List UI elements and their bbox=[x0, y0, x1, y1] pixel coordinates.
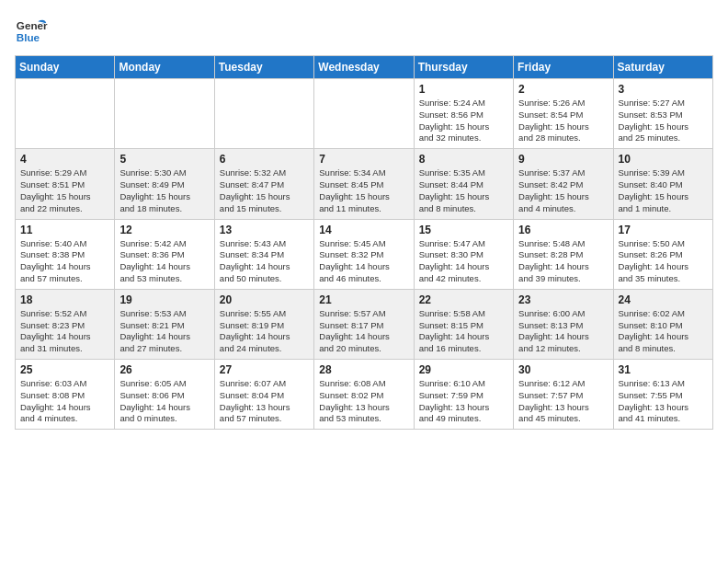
weekday-header-friday: Friday bbox=[514, 56, 613, 79]
weekday-header-monday: Monday bbox=[115, 56, 214, 79]
day-number: 2 bbox=[518, 83, 608, 96]
day-info: Sunrise: 6:03 AM Sunset: 8:08 PM Dayligh… bbox=[20, 378, 109, 425]
day-number: 25 bbox=[20, 363, 109, 376]
day-number: 16 bbox=[518, 224, 608, 236]
day-info: Sunrise: 5:52 AM Sunset: 8:23 PM Dayligh… bbox=[20, 308, 109, 355]
day-number: 22 bbox=[419, 293, 508, 306]
day-number: 27 bbox=[220, 363, 309, 376]
day-number: 14 bbox=[319, 224, 408, 236]
calendar-cell: 25Sunrise: 6:03 AM Sunset: 8:08 PM Dayli… bbox=[16, 360, 115, 430]
calendar-cell: 14Sunrise: 5:45 AM Sunset: 8:32 PM Dayli… bbox=[314, 219, 414, 289]
week-row-4: 18Sunrise: 5:52 AM Sunset: 8:23 PM Dayli… bbox=[16, 289, 713, 359]
day-number: 15 bbox=[419, 224, 508, 236]
weekday-header-saturday: Saturday bbox=[613, 56, 712, 79]
calendar-cell: 31Sunrise: 6:13 AM Sunset: 7:55 PM Dayli… bbox=[613, 360, 712, 430]
day-number: 6 bbox=[220, 153, 309, 166]
calendar-cell bbox=[214, 79, 313, 149]
day-number: 28 bbox=[319, 363, 408, 376]
calendar-cell: 13Sunrise: 5:43 AM Sunset: 8:34 PM Dayli… bbox=[214, 219, 313, 289]
calendar-cell: 16Sunrise: 5:48 AM Sunset: 8:28 PM Dayli… bbox=[514, 219, 613, 289]
calendar-cell bbox=[314, 79, 414, 149]
calendar-cell: 28Sunrise: 6:08 AM Sunset: 8:02 PM Dayli… bbox=[314, 360, 414, 430]
calendar-cell bbox=[115, 79, 214, 149]
calendar-cell: 24Sunrise: 6:02 AM Sunset: 8:10 PM Dayli… bbox=[613, 289, 712, 359]
calendar-cell: 7Sunrise: 5:34 AM Sunset: 8:45 PM Daylig… bbox=[314, 149, 414, 219]
calendar-cell: 22Sunrise: 5:58 AM Sunset: 8:15 PM Dayli… bbox=[414, 289, 513, 359]
day-number: 8 bbox=[419, 153, 508, 166]
weekday-header-wednesday: Wednesday bbox=[314, 56, 414, 79]
day-number: 4 bbox=[20, 153, 109, 166]
day-info: Sunrise: 5:48 AM Sunset: 8:28 PM Dayligh… bbox=[518, 238, 608, 285]
day-number: 21 bbox=[319, 293, 408, 306]
calendar-cell: 1Sunrise: 5:24 AM Sunset: 8:56 PM Daylig… bbox=[414, 79, 513, 149]
day-info: Sunrise: 5:40 AM Sunset: 8:38 PM Dayligh… bbox=[20, 238, 109, 285]
day-info: Sunrise: 5:45 AM Sunset: 8:32 PM Dayligh… bbox=[319, 238, 408, 285]
calendar-cell: 11Sunrise: 5:40 AM Sunset: 8:38 PM Dayli… bbox=[16, 219, 115, 289]
weekday-header-thursday: Thursday bbox=[414, 56, 513, 79]
day-info: Sunrise: 5:57 AM Sunset: 8:17 PM Dayligh… bbox=[319, 308, 408, 355]
day-number: 17 bbox=[619, 224, 708, 236]
weekday-header-sunday: Sunday bbox=[16, 56, 115, 79]
day-info: Sunrise: 6:10 AM Sunset: 7:59 PM Dayligh… bbox=[419, 378, 508, 425]
day-info: Sunrise: 5:32 AM Sunset: 8:47 PM Dayligh… bbox=[220, 167, 309, 214]
weekday-header-row: SundayMondayTuesdayWednesdayThursdayFrid… bbox=[16, 56, 713, 79]
calendar-table: SundayMondayTuesdayWednesdayThursdayFrid… bbox=[15, 55, 713, 430]
calendar-cell: 10Sunrise: 5:39 AM Sunset: 8:40 PM Dayli… bbox=[613, 149, 712, 219]
day-info: Sunrise: 5:27 AM Sunset: 8:53 PM Dayligh… bbox=[619, 98, 708, 144]
day-info: Sunrise: 5:53 AM Sunset: 8:21 PM Dayligh… bbox=[119, 308, 209, 355]
day-info: Sunrise: 6:05 AM Sunset: 8:06 PM Dayligh… bbox=[119, 378, 209, 425]
day-number: 29 bbox=[419, 363, 508, 376]
calendar-cell: 29Sunrise: 6:10 AM Sunset: 7:59 PM Dayli… bbox=[414, 360, 513, 430]
day-number: 30 bbox=[518, 363, 608, 376]
week-row-2: 4Sunrise: 5:29 AM Sunset: 8:51 PM Daylig… bbox=[16, 149, 713, 219]
calendar-cell: 26Sunrise: 6:05 AM Sunset: 8:06 PM Dayli… bbox=[115, 360, 214, 430]
calendar-cell: 5Sunrise: 5:30 AM Sunset: 8:49 PM Daylig… bbox=[115, 149, 214, 219]
day-info: Sunrise: 6:00 AM Sunset: 8:13 PM Dayligh… bbox=[518, 308, 608, 355]
calendar-cell: 6Sunrise: 5:32 AM Sunset: 8:47 PM Daylig… bbox=[214, 149, 313, 219]
calendar-cell: 2Sunrise: 5:26 AM Sunset: 8:54 PM Daylig… bbox=[514, 79, 613, 149]
day-number: 9 bbox=[518, 153, 608, 166]
calendar-cell bbox=[16, 79, 115, 149]
logo-icon: General Blue bbox=[15, 15, 48, 48]
day-number: 11 bbox=[20, 224, 109, 236]
day-info: Sunrise: 5:26 AM Sunset: 8:54 PM Dayligh… bbox=[518, 98, 608, 144]
weekday-header-tuesday: Tuesday bbox=[214, 56, 313, 79]
day-info: Sunrise: 6:12 AM Sunset: 7:57 PM Dayligh… bbox=[518, 378, 608, 425]
day-info: Sunrise: 6:07 AM Sunset: 8:04 PM Dayligh… bbox=[220, 378, 309, 425]
day-info: Sunrise: 5:42 AM Sunset: 8:36 PM Dayligh… bbox=[119, 238, 209, 285]
calendar-cell: 15Sunrise: 5:47 AM Sunset: 8:30 PM Dayli… bbox=[414, 219, 513, 289]
day-number: 20 bbox=[220, 293, 309, 306]
day-info: Sunrise: 5:34 AM Sunset: 8:45 PM Dayligh… bbox=[319, 167, 408, 214]
day-info: Sunrise: 5:24 AM Sunset: 8:56 PM Dayligh… bbox=[419, 98, 508, 144]
calendar-cell: 30Sunrise: 6:12 AM Sunset: 7:57 PM Dayli… bbox=[514, 360, 613, 430]
day-info: Sunrise: 6:08 AM Sunset: 8:02 PM Dayligh… bbox=[319, 378, 408, 425]
day-number: 31 bbox=[619, 363, 708, 376]
day-number: 12 bbox=[119, 224, 209, 236]
day-info: Sunrise: 6:13 AM Sunset: 7:55 PM Dayligh… bbox=[619, 378, 708, 425]
week-row-1: 1Sunrise: 5:24 AM Sunset: 8:56 PM Daylig… bbox=[16, 79, 713, 149]
calendar-cell: 12Sunrise: 5:42 AM Sunset: 8:36 PM Dayli… bbox=[115, 219, 214, 289]
day-number: 7 bbox=[319, 153, 408, 166]
day-info: Sunrise: 6:02 AM Sunset: 8:10 PM Dayligh… bbox=[619, 308, 708, 355]
calendar-cell: 20Sunrise: 5:55 AM Sunset: 8:19 PM Dayli… bbox=[214, 289, 313, 359]
day-info: Sunrise: 5:30 AM Sunset: 8:49 PM Dayligh… bbox=[119, 167, 209, 214]
day-info: Sunrise: 5:39 AM Sunset: 8:40 PM Dayligh… bbox=[619, 167, 708, 214]
day-number: 5 bbox=[119, 153, 209, 166]
day-number: 19 bbox=[119, 293, 209, 306]
calendar-cell: 8Sunrise: 5:35 AM Sunset: 8:44 PM Daylig… bbox=[414, 149, 513, 219]
day-info: Sunrise: 5:29 AM Sunset: 8:51 PM Dayligh… bbox=[20, 167, 109, 214]
day-info: Sunrise: 5:47 AM Sunset: 8:30 PM Dayligh… bbox=[419, 238, 508, 285]
day-number: 23 bbox=[518, 293, 608, 306]
day-number: 10 bbox=[619, 153, 708, 166]
day-info: Sunrise: 5:58 AM Sunset: 8:15 PM Dayligh… bbox=[419, 308, 508, 355]
calendar-cell: 18Sunrise: 5:52 AM Sunset: 8:23 PM Dayli… bbox=[16, 289, 115, 359]
day-info: Sunrise: 5:43 AM Sunset: 8:34 PM Dayligh… bbox=[220, 238, 309, 285]
calendar-cell: 21Sunrise: 5:57 AM Sunset: 8:17 PM Dayli… bbox=[314, 289, 414, 359]
page-header: General Blue bbox=[15, 15, 713, 48]
day-info: Sunrise: 5:35 AM Sunset: 8:44 PM Dayligh… bbox=[419, 167, 508, 214]
calendar-cell: 9Sunrise: 5:37 AM Sunset: 8:42 PM Daylig… bbox=[514, 149, 613, 219]
calendar-cell: 19Sunrise: 5:53 AM Sunset: 8:21 PM Dayli… bbox=[115, 289, 214, 359]
calendar-cell: 17Sunrise: 5:50 AM Sunset: 8:26 PM Dayli… bbox=[613, 219, 712, 289]
day-number: 24 bbox=[619, 293, 708, 306]
day-number: 1 bbox=[419, 83, 508, 96]
